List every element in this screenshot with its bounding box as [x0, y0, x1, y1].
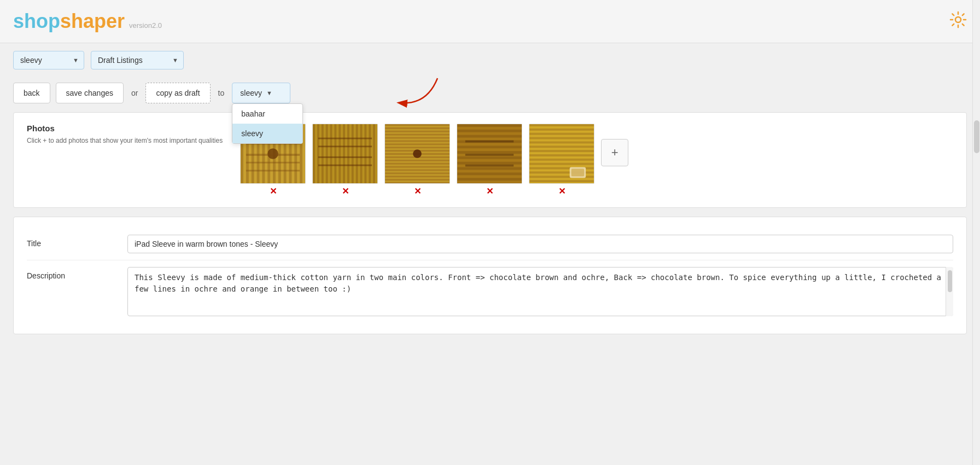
svg-rect-9 — [246, 162, 300, 164]
svg-rect-26 — [465, 154, 514, 156]
svg-point-21 — [413, 149, 422, 158]
save-changes-button[interactable]: save changes — [56, 83, 124, 103]
photo-item-5: ✕ — [529, 124, 594, 196]
photo-delete-3[interactable]: ✕ — [414, 186, 421, 196]
logo-shop: shop — [13, 10, 60, 33]
svg-rect-15 — [318, 146, 372, 147]
photo-item-3: ✕ — [384, 124, 450, 196]
photo-delete-2[interactable]: ✕ — [342, 186, 349, 196]
shop-dropdown-menu: baahar sleevy — [232, 103, 303, 144]
or-text: or — [129, 89, 140, 97]
gear-icon[interactable] — [949, 11, 967, 32]
logo: shopshaper version2.0 — [13, 10, 162, 33]
form-section-card: Title Description This Sleevy is made of… — [13, 217, 967, 334]
svg-rect-8 — [246, 154, 300, 156]
to-text: to — [216, 89, 227, 97]
plus-icon: + — [611, 146, 619, 160]
photos-heading: Photos — [27, 124, 223, 133]
header: shopshaper version2.0 — [0, 0, 980, 43]
logo-version: version2.0 — [129, 21, 162, 30]
photos-section-card: Photos Click + to add photos that show y… — [13, 112, 967, 208]
page-scrollbar[interactable] — [972, 0, 980, 356]
svg-rect-17 — [318, 165, 372, 166]
chevron-down-icon: ▼ — [266, 90, 272, 96]
photo-thumb-2 — [312, 124, 378, 184]
textarea-scrollbar-thumb — [948, 270, 952, 292]
add-photo-button[interactable]: + — [601, 139, 628, 166]
main-content: Photos Click + to add photos that show y… — [0, 112, 980, 356]
top-controls: sleevy baahar Draft Listings Active List… — [0, 43, 980, 77]
photo-delete-5[interactable]: ✕ — [558, 186, 565, 196]
description-textarea[interactable]: This Sleevy is made of medium-thick cott… — [127, 267, 953, 316]
section-selector[interactable]: Draft Listings Active Listings Sold List… — [91, 51, 184, 69]
svg-rect-10 — [246, 170, 300, 171]
svg-rect-14 — [318, 138, 372, 140]
shop-selector-wrapper: sleevy baahar — [13, 51, 84, 69]
svg-point-0 — [955, 17, 961, 22]
page-scrollbar-thumb[interactable] — [974, 120, 979, 153]
description-row: Description This Sleevy is made of mediu… — [27, 260, 953, 323]
back-button[interactable]: back — [13, 83, 50, 103]
svg-rect-16 — [318, 156, 372, 158]
description-label: Description — [27, 267, 114, 280]
section-selector-wrapper: Draft Listings Active Listings Sold List… — [91, 51, 184, 69]
photo-thumb-5 — [529, 124, 594, 184]
svg-rect-32 — [571, 168, 585, 176]
svg-rect-13 — [313, 124, 377, 183]
svg-rect-27 — [465, 165, 514, 167]
arrow-annotation — [383, 73, 448, 113]
photo-item-4: ✕ — [457, 124, 522, 196]
shop-dropdown-wrapper: sleevy ▼ baahar sleevy — [232, 83, 290, 103]
photo-thumb-4 — [457, 124, 522, 184]
photos-description: Click + to add photos that show your ite… — [27, 136, 223, 146]
title-input[interactable] — [127, 235, 953, 253]
logo-shaper: shaper — [60, 10, 125, 33]
photo-delete-1[interactable]: ✕ — [270, 186, 277, 196]
title-label: Title — [27, 235, 114, 248]
photos-label-area: Photos Click + to add photos that show y… — [27, 124, 223, 146]
textarea-scrollbar — [946, 267, 953, 316]
title-row: Title — [27, 228, 953, 260]
toolbar: back save changes or copy as draft to sl… — [0, 77, 980, 112]
photo-delete-4[interactable]: ✕ — [486, 186, 493, 196]
copy-as-draft-button[interactable]: copy as draft — [145, 83, 210, 103]
svg-rect-25 — [465, 140, 514, 142]
shop-dropdown-value: sleevy — [240, 89, 262, 97]
shop-selector[interactable]: sleevy baahar — [13, 51, 84, 69]
shop-dropdown-trigger[interactable]: sleevy ▼ — [232, 83, 290, 103]
photo-item-2: ✕ — [312, 124, 378, 196]
photos-section: Photos Click + to add photos that show y… — [27, 124, 953, 196]
photo-thumb-3 — [384, 124, 450, 184]
dropdown-item-sleevy[interactable]: sleevy — [232, 124, 302, 143]
dropdown-item-baahar[interactable]: baahar — [232, 104, 302, 124]
